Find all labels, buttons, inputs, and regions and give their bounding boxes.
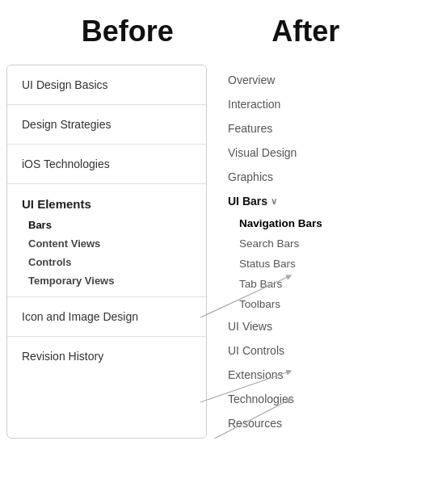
before-sub-temporary-views[interactable]: Temporary Views: [22, 271, 192, 290]
before-item-label: Design Strategies: [22, 118, 112, 131]
after-item-visual-design[interactable]: Visual Design: [220, 141, 421, 165]
before-item-label: Revision History: [22, 350, 103, 363]
before-item-label: Icon and Image Design: [22, 310, 138, 323]
before-item-ui-elements[interactable]: UI Elements Bars Content Views Controls …: [7, 184, 206, 297]
before-item-label: iOS Technologies: [22, 158, 110, 170]
before-item-revision-history[interactable]: Revision History: [7, 337, 206, 376]
after-sub-navigation-bars[interactable]: Navigation Bars: [220, 213, 421, 233]
after-item-ui-controls[interactable]: UI Controls: [220, 338, 421, 363]
after-item-technologies[interactable]: Technologies: [220, 387, 421, 411]
before-sub-controls[interactable]: Controls: [22, 253, 192, 271]
before-panel: UI Design Basics Design Strategies iOS T…: [6, 65, 207, 439]
after-sub-search-bars[interactable]: Search Bars: [220, 233, 421, 254]
after-sub-tab-bars[interactable]: Tab Bars: [220, 274, 421, 294]
before-item-label: UI Design Basics: [22, 78, 108, 91]
header: Before After: [0, 0, 421, 65]
after-item-ui-views[interactable]: UI Views: [220, 314, 421, 338]
before-item-design-strategies[interactable]: Design Strategies: [7, 105, 206, 145]
after-item-features[interactable]: Features: [220, 116, 421, 141]
before-item-ios-technologies[interactable]: iOS Technologies: [7, 145, 206, 184]
after-item-extensions[interactable]: Extensions: [220, 363, 421, 387]
after-item-resources[interactable]: Resources: [220, 411, 421, 435]
after-item-interaction[interactable]: Interaction: [220, 92, 421, 116]
before-item-icon-image-design[interactable]: Icon and Image Design: [7, 297, 206, 337]
before-sub-content-views[interactable]: Content Views: [22, 234, 192, 253]
before-item-ui-design-basics[interactable]: UI Design Basics: [7, 65, 206, 105]
before-item-label: UI Elements: [22, 197, 91, 211]
chevron-down-icon: ∨: [271, 196, 277, 207]
after-item-ui-bars[interactable]: UI Bars ∨: [220, 189, 421, 213]
after-item-overview[interactable]: Overview: [220, 68, 421, 92]
after-sub-status-bars[interactable]: Status Bars: [220, 254, 421, 274]
after-panel: Overview Interaction Features Visual Des…: [207, 65, 421, 439]
before-sub-bars[interactable]: Bars: [22, 216, 192, 234]
before-label: Before: [82, 15, 174, 48]
after-sub-toolbars[interactable]: Toolbars: [220, 294, 421, 314]
after-label: After: [272, 15, 339, 48]
after-item-graphics[interactable]: Graphics: [220, 165, 421, 189]
